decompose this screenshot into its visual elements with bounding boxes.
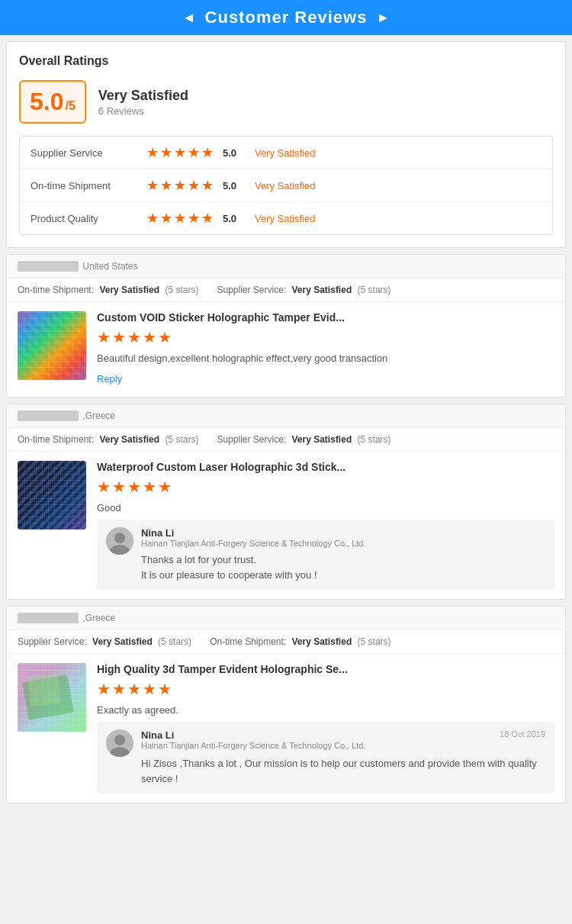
review-text-block-3: High Quality 3d Tamper Evident Holograph… — [97, 663, 554, 794]
review-card-2: ,Greece On-time Shipment: Very Satisfied… — [6, 404, 566, 600]
reply-button-1[interactable]: Reply — [97, 370, 122, 388]
review-card-3: ,Greece Supplier Service: Very Satisfied… — [6, 606, 566, 803]
service-rating-item-1: Supplier Service: Very Satisfied (5 star… — [217, 285, 390, 295]
rating-summary: 5.0 /5 Very Satisfied 6 Reviews — [19, 80, 553, 124]
score-denom: /5 — [65, 99, 75, 113]
reviewer-ratings-2: On-time Shipment: Very Satisfied (5 star… — [7, 428, 565, 452]
rating-verdict: Very Satisfied — [98, 88, 188, 104]
reviewer-location-3: ,Greece — [82, 613, 115, 623]
service-rating-item-2: Supplier Service: Very Satisfied (5 star… — [217, 434, 390, 445]
rating-label-block: Very Satisfied 6 Reviews — [98, 88, 188, 117]
product-title-3: High Quality 3d Tamper Evident Holograph… — [97, 663, 554, 675]
left-arrow-icon[interactable]: ◄ — [182, 10, 196, 26]
seller-company-3: Hainan Tianjian Anti-Forgery Science & T… — [141, 741, 366, 750]
service-rating-stars-1: (5 stars) — [355, 285, 390, 295]
reviewer-ratings-3: Supplier Service: Very Satisfied (5 star… — [7, 630, 565, 654]
review-content-2: Waterproof Custom Laser Holographic 3d S… — [7, 452, 565, 599]
review-content-3: High Quality 3d Tamper Evident Holograph… — [7, 654, 565, 803]
review-stars-1: ★ ★ ★ ★ ★ — [97, 328, 554, 346]
review-content-1: Custom VOID Sticker Holographic Tamper E… — [7, 302, 565, 397]
quality-label: Product Quality — [31, 213, 137, 224]
service-rating-item-3: Supplier Service: Very Satisfied (5 star… — [18, 636, 191, 647]
reviewer-ratings-1: On-time Shipment: Very Satisfied (5 star… — [7, 278, 565, 302]
seller-avatar-2 — [106, 527, 133, 555]
review-card-1: United States On-time Shipment: Very Sat… — [6, 254, 566, 398]
quality-score: 5.0 — [223, 213, 246, 224]
quality-verdict: Very Satisfied — [255, 213, 316, 224]
supplier-service-label: Supplier Service — [31, 147, 137, 159]
service-rating-value-2: Very Satisfied — [292, 434, 352, 445]
review-text-2: Good — [97, 502, 554, 514]
seller-reply-3: Nina Li Hainan Tianjian Anti-Forgery Sci… — [97, 722, 554, 794]
seller-reply-header-3: Nina Li Hainan Tianjian Anti-Forgery Sci… — [141, 729, 545, 755]
seller-name-3: Nina Li — [141, 729, 366, 741]
service-rating-value-1: Very Satisfied — [292, 285, 352, 295]
product-thumbnail-2 — [18, 461, 86, 530]
svg-point-1 — [114, 533, 125, 543]
overall-ratings-title: Overall Ratings — [19, 54, 553, 68]
shipment-rating-item-1: On-time Shipment: Very Satisfied (5 star… — [18, 285, 198, 295]
shipment-rating-value-3: Very Satisfied — [292, 636, 352, 647]
shipment-rating-value-1: Very Satisfied — [99, 285, 159, 295]
reviewer-name-blur-2 — [18, 410, 79, 421]
quality-stars: ★ ★ ★ ★ ★ — [146, 210, 214, 227]
shipment-rating-item-2: On-time Shipment: Very Satisfied (5 star… — [18, 434, 198, 445]
review-stars-3: ★ ★ ★ ★ ★ — [97, 680, 554, 698]
page-title: Customer Reviews — [205, 8, 368, 27]
review-stars-2: ★ ★ ★ ★ ★ — [97, 478, 554, 496]
shipment-score: 5.0 — [223, 180, 246, 192]
reviewer-header-1: United States — [7, 255, 565, 278]
supplier-service-stars: ★ ★ ★ ★ ★ — [146, 144, 214, 161]
ratings-row-quality: Product Quality ★ ★ ★ ★ ★ 5.0 Very Satis… — [20, 202, 552, 234]
shipment-rating-stars-1: (5 stars) — [162, 285, 198, 295]
seller-reply-text-2: Thanks a lot for your trust.It is our pl… — [141, 552, 545, 582]
seller-reply-content-3: Nina Li Hainan Tianjian Anti-Forgery Sci… — [141, 729, 545, 786]
seller-reply-content-2: Nina Li Hainan Tianjian Anti-Forgery Sci… — [141, 527, 545, 582]
review-text-1: Beautiful design,excellent holographic e… — [97, 353, 554, 364]
product-thumbnail-3 — [18, 663, 86, 732]
shipment-stars: ★ ★ ★ ★ ★ — [146, 177, 214, 194]
right-arrow-icon[interactable]: ► — [376, 10, 390, 26]
reviewer-location-1: United States — [82, 261, 137, 272]
reviewer-header-2: ,Greece — [7, 404, 565, 428]
rating-score-box: 5.0 /5 — [19, 80, 86, 124]
review-text-3: Exactly as agreed. — [97, 704, 554, 716]
shipment-rating-item-3: On-time Shipment: Very Satisfied (5 star… — [210, 636, 390, 647]
overall-ratings-card: Overall Ratings 5.0 /5 Very Satisfied 6 … — [6, 41, 566, 248]
product-title-2: Waterproof Custom Laser Holographic 3d S… — [97, 461, 554, 473]
seller-name-2: Nina Li — [141, 527, 545, 539]
product-title-1: Custom VOID Sticker Holographic Tamper E… — [97, 311, 554, 324]
service-rating-value-3: Very Satisfied — [92, 636, 153, 647]
ratings-table: Supplier Service ★ ★ ★ ★ ★ 5.0 Very Sati… — [19, 136, 553, 235]
shipment-label: On-time Shipment — [31, 180, 137, 192]
score-number: 5.0 — [30, 88, 63, 116]
ratings-row-shipment: On-time Shipment ★ ★ ★ ★ ★ 5.0 Very Sati… — [20, 169, 552, 202]
supplier-service-score: 5.0 — [223, 147, 246, 159]
reviewer-name-blur-3 — [18, 613, 79, 623]
ratings-row-supplier: Supplier Service ★ ★ ★ ★ ★ 5.0 Very Sati… — [20, 137, 552, 169]
seller-avatar-3 — [106, 729, 133, 757]
supplier-service-verdict: Very Satisfied — [255, 147, 316, 159]
reviewer-name-blur-1 — [18, 261, 79, 272]
review-text-block-1: Custom VOID Sticker Holographic Tamper E… — [97, 311, 554, 388]
reviewer-header-3: ,Greece — [7, 607, 565, 630]
seller-reply-2: Nina Li Hainan Tianjian Anti-Forgery Sci… — [97, 520, 554, 590]
reviews-count: 6 Reviews — [98, 105, 188, 117]
seller-reply-date-3: 18 Oct 2019 — [500, 729, 545, 739]
review-text-block-2: Waterproof Custom Laser Holographic 3d S… — [97, 461, 554, 590]
page-header: ◄ Customer Reviews ► — [0, 0, 572, 35]
seller-company-2: Hainan Tianjian Anti-Forgery Science & T… — [141, 539, 545, 548]
shipment-verdict: Very Satisfied — [255, 180, 316, 192]
svg-point-4 — [114, 735, 125, 745]
product-thumbnail-1 — [18, 311, 86, 380]
seller-reply-text-3: Hi Zisos ,Thanks a lot , Our mission is … — [141, 756, 545, 786]
shipment-rating-value-2: Very Satisfied — [99, 434, 159, 445]
reviewer-location-2: ,Greece — [82, 410, 115, 421]
